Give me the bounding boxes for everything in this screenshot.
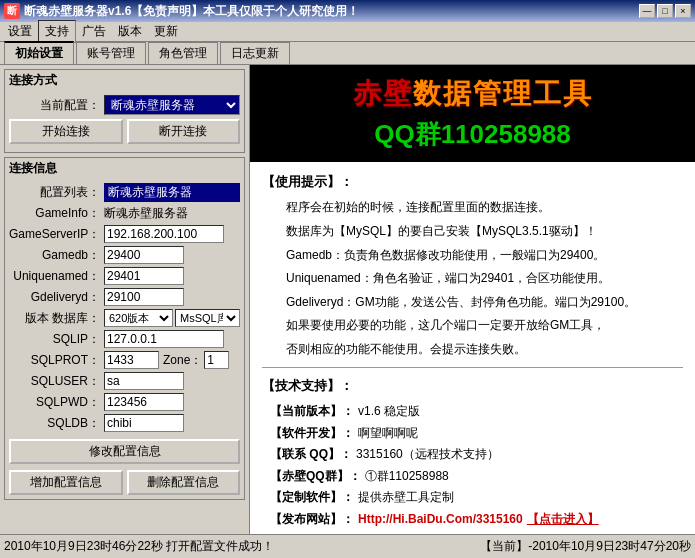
menu-support[interactable]: 支持 [38, 20, 76, 43]
add-config-button[interactable]: 增加配置信息 [9, 470, 123, 495]
connection-section-title: 连接方式 [5, 70, 244, 91]
gamedb-input[interactable] [104, 246, 184, 264]
support-table: 【当前版本】： v1.6 稳定版 【软件开发】： 啊望啊啊呢 【联系 QQ】： … [270, 401, 683, 531]
sqlprot-input[interactable] [104, 351, 159, 369]
menu-bar: 设置 支持 广告 版本 更新 [0, 22, 695, 42]
tech-version-value: v1.6 稳定版 [358, 401, 420, 423]
sqlprot-label: SQLPROT： [9, 352, 104, 369]
tech-dev-label: 【软件开发】： [270, 423, 354, 445]
sqlpwd-input[interactable] [104, 393, 184, 411]
header-banner: 赤壁数据管理工具 QQ群110258988 [250, 65, 695, 162]
tab-role-management[interactable]: 角色管理 [148, 42, 218, 64]
tech-website-label: 【发布网站】： [270, 509, 354, 531]
left-panel: 连接方式 当前配置： 断魂赤壁服务器 开始连接 断开连接 连接信息 [0, 65, 250, 534]
menu-update[interactable]: 更新 [148, 21, 184, 42]
gdeliveryd-label: Gdeliveryd： [9, 289, 104, 306]
stop-connect-button[interactable]: 断开连接 [127, 119, 241, 144]
info-section-title: 连接信息 [5, 158, 244, 179]
title-bar: 断 断魂赤壁服务器v1.6【免责声明】本工具仅限于个人研究使用！ — □ × [0, 0, 695, 22]
gameinfo-value: 断魂赤壁服务器 [104, 205, 240, 222]
uniquenamed-input[interactable] [104, 267, 184, 285]
tip-5: Gdeliveryd：GM功能，发送公告、封停角色功能。端口为29100。 [262, 292, 683, 314]
version-db-label: 版本 数据库： [9, 310, 104, 327]
tip-2: 数据库为【MySQL】的要自己安装【MySQL3.5.1驱动】！ [262, 221, 683, 243]
main-content: 连接方式 当前配置： 断魂赤壁服务器 开始连接 断开连接 连接信息 [0, 64, 695, 534]
tech-qq-value: 3315160（远程技术支持） [356, 444, 499, 466]
window-title: 断魂赤壁服务器v1.6【免责声明】本工具仅限于个人研究使用！ [24, 3, 359, 20]
sqlip-input[interactable] [104, 330, 224, 348]
connection-section: 连接方式 当前配置： 断魂赤壁服务器 开始连接 断开连接 [4, 69, 245, 153]
tip-3: Gamedb：负责角色数据修改功能使用，一般端口为29400。 [262, 245, 683, 267]
sqluser-input[interactable] [104, 372, 184, 390]
tech-group-value: ①群110258988 [365, 466, 449, 488]
gameserverip-input[interactable] [104, 225, 224, 243]
tab-bar: 初始设置 账号管理 角色管理 日志更新 [0, 42, 695, 64]
gameserverip-label: GameServerIP： [9, 226, 104, 243]
tech-custom-value: 提供赤壁工具定制 [358, 487, 454, 509]
sqlpwd-label: SQLPWD： [9, 394, 104, 411]
right-panel: 赤壁数据管理工具 QQ群110258988 【使用提示】： 程序会在初始的时候，… [250, 65, 695, 534]
delete-config-button[interactable]: 删除配置信息 [127, 470, 241, 495]
tech-group-label: 【赤壁QQ群】： [270, 466, 361, 488]
zone-label: Zone： [163, 352, 202, 369]
sqlip-label: SQLIP： [9, 331, 104, 348]
status-bar: 2010年10月9日23时46分22秒 打开配置文件成功！ 【当前】-2010年… [0, 534, 695, 558]
gdeliveryd-input[interactable] [104, 288, 184, 306]
status-left: 2010年10月9日23时46分22秒 打开配置文件成功！ [4, 538, 480, 555]
modify-config-button[interactable]: 修改配置信息 [9, 439, 240, 464]
info-section: 连接信息 配置列表： 断魂赤壁服务器 GameInfo： 断魂赤壁服务器 Gam… [4, 157, 245, 500]
db-select[interactable]: MsSQL库 [175, 309, 240, 327]
gameinfo-label: GameInfo： [9, 205, 104, 222]
current-config-label: 当前配置： [9, 97, 104, 114]
window-controls: — □ × [639, 4, 691, 18]
minimize-button[interactable]: — [639, 4, 655, 18]
tech-website-value: Http://Hi.BaiDu.Com/3315160 [358, 509, 523, 531]
tech-dev-value: 啊望啊啊呢 [358, 423, 418, 445]
tab-log-update[interactable]: 日志更新 [220, 42, 290, 64]
tech-header: 【技术支持】： [262, 374, 683, 397]
menu-settings[interactable]: 设置 [2, 21, 38, 42]
info-content: 【使用提示】： 程序会在初始的时候，连接配置里面的数据连接。 数据库为【MySQ… [250, 162, 695, 534]
sqldb-label: SQLDB： [9, 415, 104, 432]
config-list-value: 断魂赤壁服务器 [104, 183, 240, 202]
start-connect-button[interactable]: 开始连接 [9, 119, 123, 144]
divider [262, 367, 683, 368]
version-select[interactable]: 620版本 [104, 309, 173, 327]
tip-1: 程序会在初始的时候，连接配置里面的数据连接。 [262, 197, 683, 219]
menu-ads[interactable]: 广告 [76, 21, 112, 42]
tip-7: 否则相应的功能不能使用。会提示连接失败。 [262, 339, 683, 361]
banner-title: 赤壁数据管理工具 [266, 75, 679, 113]
zone-input[interactable] [204, 351, 229, 369]
status-right: 【当前】-2010年10月9日23时47分20秒 [480, 538, 691, 555]
tab-initial-settings[interactable]: 初始设置 [4, 41, 74, 64]
gamedb-label: Gamedb： [9, 247, 104, 264]
sqldb-input[interactable] [104, 414, 184, 432]
maximize-button[interactable]: □ [657, 4, 673, 18]
tech-website-link[interactable]: 【点击进入】 [527, 509, 599, 531]
app-icon: 断 [4, 3, 20, 19]
menu-version[interactable]: 版本 [112, 21, 148, 42]
sqluser-label: SQLUSER： [9, 373, 104, 390]
uniquenamed-label: Uniquenamed： [9, 268, 104, 285]
tab-account-management[interactable]: 账号管理 [76, 42, 146, 64]
current-config-dropdown[interactable]: 断魂赤壁服务器 [104, 95, 240, 115]
banner-qq: QQ群110258988 [266, 117, 679, 152]
tip-4: Uniquenamed：角色名验证，端口为29401，合区功能使用。 [262, 268, 683, 290]
tech-qq-label: 【联系 QQ】： [270, 444, 352, 466]
tech-version-label: 【当前版本】： [270, 401, 354, 423]
config-list-label: 配置列表： [9, 184, 104, 201]
tech-custom-label: 【定制软件】： [270, 487, 354, 509]
tip-header: 【使用提示】： [262, 170, 683, 193]
tip-6: 如果要使用必要的功能，这几个端口一定要开放给GM工具， [262, 315, 683, 337]
close-button[interactable]: × [675, 4, 691, 18]
